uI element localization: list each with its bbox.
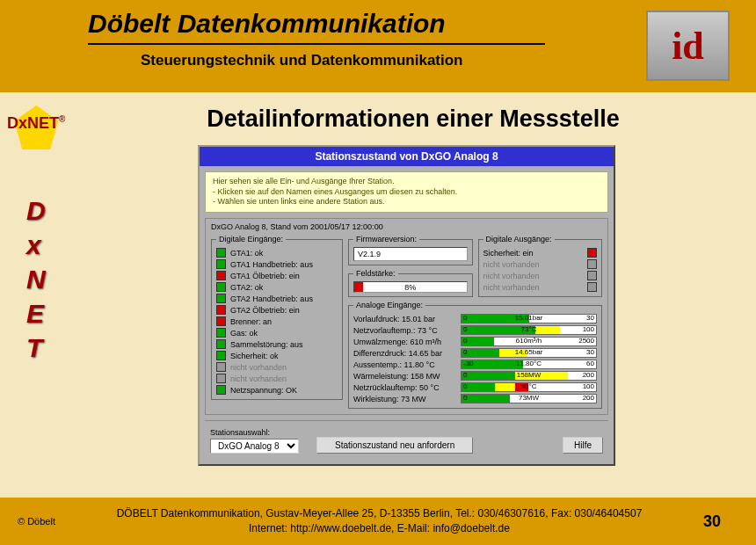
analog-row: Differenzdruck: 14.65 bar 0 14.65bar 30 [353, 347, 597, 359]
di-row: GTA1 Handbetrieb: aus [216, 258, 338, 270]
analog-label: Aussentemp.: 11.80 °C [353, 360, 457, 369]
dxnet-vertical: DxNET [26, 193, 46, 365]
status-indicator-icon [216, 294, 226, 303]
analog-row: Wirkleistung: 73 MW 0 73MW 200 [353, 393, 597, 404]
hint-box: Hier sehen sie alle Ein- und Ausgänge Ih… [205, 171, 608, 213]
status-indicator-icon [216, 339, 226, 349]
analog-label: Umwälzmenge: 610 m³/h [353, 338, 457, 346]
di-row: Sicherheit: ok [216, 350, 338, 361]
footer-contact: DÖBELT Datenkommunikation, Gustav-Meyer-… [55, 506, 703, 536]
app-window: Stationszustand von DxGO Analog 8 Hier s… [198, 145, 615, 466]
analog-bar: 0 14.65bar 30 [461, 348, 597, 358]
di-row: GTA2 Ölbetrieb: ein [216, 304, 338, 316]
di-row: Brenner: an [216, 316, 338, 327]
analog-bar: 0 15.01bar 30 [461, 314, 597, 323]
status-indicator-icon [216, 374, 226, 383]
status-indicator-icon [216, 328, 226, 338]
analog-label: Wärmeleistung: 158 MW [353, 372, 457, 381]
analog-row: Umwälzmenge: 610 m³/h 0 610m³/h 2500 [353, 336, 597, 347]
page-number: 30 [703, 512, 721, 531]
di-row: nicht vorhanden [216, 361, 338, 373]
analog-label: Vorlaufdruck: 15.01 bar [353, 315, 457, 323]
status-indicator-icon [216, 385, 226, 395]
analog-bar: -30 11.80°C 60 [461, 360, 597, 369]
do-row: nicht vorhanden [483, 281, 598, 293]
di-row: Sammelstörung: aus [216, 338, 338, 350]
status-indicator-icon [216, 362, 226, 372]
app-footer: Stationsauswahl: DxGO Analog 8 Stationsz… [205, 420, 608, 459]
di-row: GTA1: ok [216, 247, 338, 258]
status-indicator-icon [216, 271, 226, 280]
copyright: © Döbelt [18, 516, 55, 527]
slide-footer: © Döbelt DÖBELT Datenkommunikation, Gust… [0, 498, 756, 545]
do-row[interactable]: Sicherheit: ein [483, 247, 598, 258]
analog-row: Vorlaufdruck: 15.01 bar 0 15.01bar 30 [353, 313, 597, 324]
status-indicator-icon [216, 316, 226, 326]
status-indicator-icon [216, 259, 226, 269]
analog-label: Netzvorlauftemp.: 73 °C [353, 326, 457, 335]
help-button[interactable]: Hilfe [563, 437, 603, 454]
slide-header: Döbelt Datenkommunikation Steuerungstech… [0, 0, 756, 92]
status-indicator-icon [587, 248, 597, 258]
refresh-button[interactable]: Stationszustand neu anfordern [316, 437, 473, 454]
company-subtitle: Steuerungstechnik und Datenkommunikation [0, 45, 756, 69]
di-row: Gas: ok [216, 327, 338, 338]
firmware-value: V2.1.9 [353, 247, 468, 261]
status-indicator-icon [216, 282, 226, 292]
analog-label: Differenzdruck: 14.65 bar [353, 349, 457, 358]
analog-row: Netzrücklauftemp: 50 °C 0 50°C 100 [353, 382, 597, 393]
di-row: nicht vorhanden [216, 373, 338, 384]
analog-bar: 0 73MW 200 [461, 394, 597, 403]
station-timestamp: DxGO Analog 8, Stand vom 2001/05/17 12:0… [211, 222, 602, 231]
analog-row: Aussentemp.: 11.80 °C -30 11.80°C 60 [353, 359, 597, 370]
digital-inputs-group: Digitale Eingänge: GTA1: ok GTA1 Handbet… [211, 235, 343, 400]
di-row: GTA2 Handbetrieb: aus [216, 293, 338, 304]
analog-bar: 0 610m³/h 2500 [461, 337, 597, 346]
page-title: Detailinformationen einer Messstelle [0, 92, 756, 137]
station-select[interactable]: DxGO Analog 8 [210, 439, 299, 454]
analog-bar: 0 158MW 200 [461, 371, 597, 381]
analog-row: Wärmeleistung: 158 MW 0 158MW 200 [353, 370, 597, 382]
do-row: nicht vorhanden [483, 270, 598, 281]
logo-icon: id [646, 11, 730, 81]
digital-outputs-group: Digitale Ausgänge: Sicherheit: ein nicht… [478, 235, 603, 297]
di-row: Netzspannung: OK [216, 384, 338, 396]
analog-row: Netzvorlauftemp.: 73 °C 0 73°C 100 [353, 324, 597, 336]
app-titlebar: Stationszustand von DxGO Analog 8 [200, 147, 614, 166]
status-indicator-icon [587, 259, 597, 269]
analog-bar: 0 73°C 100 [461, 325, 597, 335]
company-title: Döbelt Datenkommunikation [0, 0, 756, 39]
di-row: GTA2: ok [216, 281, 338, 293]
do-row: nicht vorhanden [483, 258, 598, 270]
dxnet-badge: DxNET® [7, 105, 65, 133]
status-indicator-icon [587, 282, 597, 292]
status-indicator-icon [587, 271, 597, 280]
analog-bar: 0 50°C 100 [461, 382, 597, 392]
analog-label: Wirkleistung: 73 MW [353, 395, 457, 403]
fieldstrength-bar: 8% [353, 281, 468, 293]
analog-label: Netzrücklauftemp: 50 °C [353, 383, 457, 392]
firmware-group: Firmwareversion: V2.1.9 [348, 235, 473, 265]
di-row: GTA1 Ölbetrieb: ein [216, 270, 338, 281]
fieldstrength-group: Feldstärke: 8% [348, 269, 473, 297]
status-indicator-icon [216, 351, 226, 360]
status-indicator-icon [216, 305, 226, 315]
analog-inputs-group: Analoge Eingänge: Vorlaufdruck: 15.01 ba… [348, 301, 602, 409]
station-select-label: Stationsauswahl: [210, 428, 299, 437]
status-indicator-icon [216, 248, 226, 258]
